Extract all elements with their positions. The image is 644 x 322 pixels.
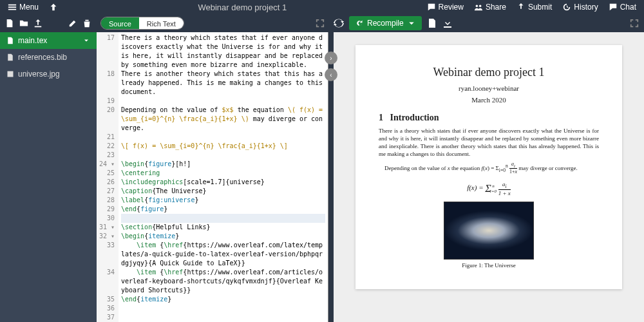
- doc-date: March 2020: [379, 96, 599, 104]
- history-icon: [562, 3, 571, 12]
- download-icon[interactable]: [442, 18, 453, 28]
- pane-divider[interactable]: › ‹: [328, 32, 334, 322]
- expand-editor-icon[interactable]: [316, 19, 325, 28]
- submit-icon: [516, 3, 526, 12]
- editor-mode-toggle[interactable]: Source Rich Text: [100, 17, 184, 30]
- new-file-icon[interactable]: [5, 19, 14, 28]
- chat-icon: [609, 3, 618, 12]
- tab-source[interactable]: Source: [101, 17, 139, 29]
- pdf-preview[interactable]: Webinar demo project 1 ryan.looney+webin…: [334, 32, 644, 322]
- chat-button[interactable]: Chat: [605, 1, 640, 13]
- figure-image: [444, 202, 534, 260]
- figure: Figure 1: The Universe: [379, 202, 599, 269]
- project-title: Webinar demo project 1: [62, 3, 423, 12]
- sync-right-icon[interactable]: ›: [325, 52, 337, 64]
- file-item[interactable]: references.bib: [0, 49, 97, 66]
- log-icon[interactable]: [427, 18, 437, 28]
- file-item[interactable]: universe.jpg: [0, 66, 97, 82]
- new-folder-icon[interactable]: [19, 19, 28, 28]
- edit-icon[interactable]: [68, 19, 77, 28]
- toolbar: Source Rich Text Recompile: [0, 14, 644, 32]
- svg-point-1: [479, 5, 482, 8]
- display-equation: f(x) = Σni=0 ai1 + x: [379, 181, 599, 196]
- svg-point-0: [476, 5, 478, 8]
- doc-title: Webinar demo project 1: [379, 66, 599, 79]
- topbar: Menu Webinar demo project 1 Review Share…: [0, 0, 644, 14]
- up-button[interactable]: [45, 1, 62, 13]
- menu-button[interactable]: Menu: [4, 1, 43, 13]
- share-icon: [474, 3, 483, 12]
- figure-caption: Figure 1: The Universe: [379, 262, 599, 269]
- code-editor[interactable]: 1718192021222324 ▾25262728293031 ▾32 ▾33…: [97, 32, 328, 322]
- history-button[interactable]: History: [558, 1, 601, 13]
- file-sidebar: main.texreferences.bibuniverse.jpg: [0, 32, 97, 322]
- up-icon: [49, 3, 58, 12]
- recompile-icon: [355, 19, 363, 27]
- delete-icon[interactable]: [82, 19, 91, 28]
- file-item[interactable]: main.tex: [0, 32, 97, 49]
- chevron-down-icon: [408, 19, 415, 27]
- paragraph: Depending on the value of x the equation…: [379, 161, 599, 176]
- review-icon: [427, 3, 436, 12]
- sync-left-icon[interactable]: ‹: [325, 68, 337, 81]
- share-button[interactable]: Share: [470, 1, 510, 13]
- upload-icon[interactable]: [33, 19, 43, 28]
- submit-button[interactable]: Submit: [513, 1, 556, 13]
- review-button[interactable]: Review: [423, 1, 468, 13]
- menu-label: Menu: [19, 3, 39, 12]
- code-area[interactable]: There is a theory which states that if e…: [118, 32, 328, 322]
- recompile-button[interactable]: Recompile: [349, 16, 422, 30]
- tab-richtext[interactable]: Rich Text: [139, 17, 184, 29]
- expand-preview-icon[interactable]: [630, 19, 639, 28]
- doc-author: ryan.looney+webinar: [379, 84, 599, 92]
- section-heading: 1 Introduction: [379, 113, 599, 123]
- menu-icon: [8, 3, 17, 12]
- sync-icon[interactable]: [334, 18, 344, 28]
- paragraph: There is a theory which states that if e…: [379, 127, 599, 158]
- line-gutter: 1718192021222324 ▾25262728293031 ▾32 ▾33…: [97, 32, 118, 322]
- pdf-page: Webinar demo project 1 ryan.looney+webin…: [355, 45, 622, 289]
